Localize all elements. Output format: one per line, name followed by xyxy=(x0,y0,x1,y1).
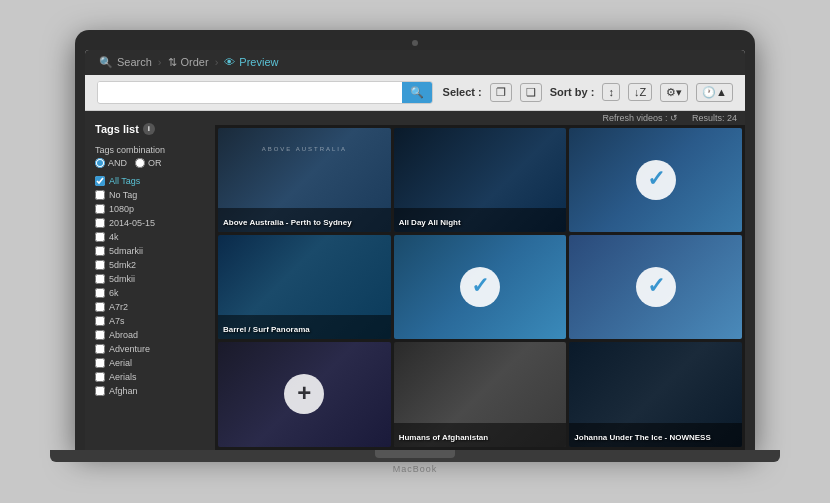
video-thumb-2[interactable]: All Day All Night xyxy=(394,128,567,232)
video-thumb-9[interactable]: Johanna Under The Ice - NOWNESS xyxy=(569,342,742,446)
nav-order[interactable]: ⇅ Order xyxy=(168,56,209,69)
tag-1080p-label: 1080p xyxy=(109,204,134,214)
tag-a7s-label: A7s xyxy=(109,316,125,326)
nav-sep-2: › xyxy=(215,56,219,68)
sort-opt-btn[interactable]: ⚙▾ xyxy=(660,83,688,102)
thumb-overlay-8: Humans of Afghanistan xyxy=(394,423,567,447)
tag-item-a7r2[interactable]: A7r2 xyxy=(95,300,205,314)
results-info: Refresh videos : ↺ Results: 24 xyxy=(215,111,745,125)
add-mark-7: + xyxy=(297,379,311,407)
thumb-overlay-9: Johanna Under The Ice - NOWNESS xyxy=(569,423,742,447)
checkbox-a7s[interactable] xyxy=(95,316,105,326)
sort-clock-btn[interactable]: 🕐▲ xyxy=(696,83,733,102)
checkbox-5dmarkii[interactable] xyxy=(95,246,105,256)
video-thumb-7[interactable]: + xyxy=(218,342,391,446)
tag-item-5dmarkii[interactable]: 5dmarkii xyxy=(95,244,205,258)
thumb-overlay-4: Barrel / Surf Panorama xyxy=(218,315,391,339)
checkbox-afghan[interactable] xyxy=(95,386,105,396)
nav-search-label: Search xyxy=(117,56,152,68)
video-area: Refresh videos : ↺ Results: 24 ABOVE AUS… xyxy=(215,111,745,450)
checkbox-abroad[interactable] xyxy=(95,330,105,340)
checkbox-5dmkii[interactable] xyxy=(95,274,105,284)
checkbox-1080p[interactable] xyxy=(95,204,105,214)
tag-item-6k[interactable]: 6k xyxy=(95,286,205,300)
video-thumb-4[interactable]: Barrel / Surf Panorama xyxy=(218,235,391,339)
search-nav-icon: 🔍 xyxy=(99,56,113,69)
tag-item-1080p[interactable]: 1080p xyxy=(95,202,205,216)
tag-item-5dmk2[interactable]: 5dmk2 xyxy=(95,258,205,272)
laptop-footer: MacBook xyxy=(50,450,780,474)
and-radio-label[interactable]: AND xyxy=(95,158,127,168)
checkbox-aerials[interactable] xyxy=(95,372,105,382)
main-content: Tags list i Tags combination AND xyxy=(85,111,745,450)
video-grid: ABOVE AUSTRALIA Above Australia - Perth … xyxy=(215,125,745,450)
tag-item-all-tags[interactable]: All Tags xyxy=(95,174,205,188)
tag-item-4k[interactable]: 4k xyxy=(95,230,205,244)
tag-item-afghan[interactable]: Afghan xyxy=(95,384,205,398)
tag-item-aerials[interactable]: Aerials xyxy=(95,370,205,384)
checkbox-no-tag[interactable] xyxy=(95,190,105,200)
thumb-title-8: Humans of Afghanistan xyxy=(399,433,488,442)
sort-za-btn[interactable]: ↓Z xyxy=(628,83,652,101)
checkbox-2014[interactable] xyxy=(95,218,105,228)
video-thumb-6[interactable]: ✓ xyxy=(569,235,742,339)
tag-item-aerial[interactable]: Aerial xyxy=(95,356,205,370)
tag-2014-label: 2014-05-15 xyxy=(109,218,155,228)
sidebar-header: Tags list i xyxy=(85,119,215,141)
thumb-title-2: All Day All Night xyxy=(399,218,461,227)
search-button[interactable]: 🔍 xyxy=(402,82,432,103)
order-nav-icon: ⇅ xyxy=(168,56,177,69)
checkbox-5dmk2[interactable] xyxy=(95,260,105,270)
sort-az-btn[interactable]: ↕ xyxy=(602,83,620,101)
video-thumb-8[interactable]: Humans of Afghanistan xyxy=(394,342,567,446)
select-copy-btn[interactable]: ❐ xyxy=(490,83,512,102)
select-all-btn[interactable]: ❑ xyxy=(520,83,542,102)
search-input[interactable] xyxy=(98,82,402,102)
above-text-1: ABOVE AUSTRALIA xyxy=(218,146,391,152)
results-count: Results: 24 xyxy=(692,113,737,123)
tag-item-a7s[interactable]: A7s xyxy=(95,314,205,328)
check-mark-6: ✓ xyxy=(647,273,665,299)
tag-item-adventure[interactable]: Adventure xyxy=(95,342,205,356)
laptop-base xyxy=(50,450,780,462)
checkbox-all-tags[interactable] xyxy=(95,176,105,186)
checkbox-6k[interactable] xyxy=(95,288,105,298)
tag-no-tag-label: No Tag xyxy=(109,190,137,200)
video-thumb-5[interactable]: ✓ xyxy=(394,235,567,339)
tag-4k-label: 4k xyxy=(109,232,119,242)
tag-aerials-label: Aerials xyxy=(109,372,137,382)
check-mark-3: ✓ xyxy=(647,166,665,192)
sort-label: Sort by : xyxy=(550,86,595,98)
top-nav: 🔍 Search › ⇅ Order › 👁 Preview xyxy=(85,50,745,75)
tag-item-2014[interactable]: 2014-05-15 xyxy=(95,216,205,230)
checkbox-adventure[interactable] xyxy=(95,344,105,354)
tag-5dmkii-label: 5dmkii xyxy=(109,274,135,284)
and-radio[interactable] xyxy=(95,158,105,168)
refresh-label[interactable]: Refresh videos : ↺ xyxy=(602,113,678,123)
macbook-label: MacBook xyxy=(393,464,438,474)
video-thumb-3[interactable]: ✓ xyxy=(569,128,742,232)
checkbox-aerial[interactable] xyxy=(95,358,105,368)
thumb-title-9: Johanna Under The Ice - NOWNESS xyxy=(574,433,710,442)
checkbox-4k[interactable] xyxy=(95,232,105,242)
preview-nav-icon: 👁 xyxy=(224,56,235,68)
tag-item-5dmkii[interactable]: 5dmkii xyxy=(95,272,205,286)
video-thumb-1[interactable]: ABOVE AUSTRALIA Above Australia - Perth … xyxy=(218,128,391,232)
info-icon[interactable]: i xyxy=(143,123,155,135)
sidebar: Tags list i Tags combination AND xyxy=(85,111,215,450)
app-container: 🔍 Search › ⇅ Order › 👁 Preview xyxy=(85,50,745,450)
nav-preview[interactable]: 👁 Preview xyxy=(224,56,278,68)
or-radio[interactable] xyxy=(135,158,145,168)
tag-a7r2-label: A7r2 xyxy=(109,302,128,312)
tags-combination: Tags combination AND OR xyxy=(85,141,215,174)
tag-item-no-tag[interactable]: No Tag xyxy=(95,188,205,202)
tag-item-abroad[interactable]: Abroad xyxy=(95,328,205,342)
search-bar-row: 🔍 Select : ❐ ❑ Sort by : ↕ ↓Z ⚙▾ 🕐▲ xyxy=(85,75,745,111)
tag-6k-label: 6k xyxy=(109,288,119,298)
tag-5dmarkii-label: 5dmarkii xyxy=(109,246,143,256)
or-radio-label[interactable]: OR xyxy=(135,158,162,168)
tag-adventure-label: Adventure xyxy=(109,344,150,354)
checkbox-a7r2[interactable] xyxy=(95,302,105,312)
nav-sep-1: › xyxy=(158,56,162,68)
nav-search[interactable]: 🔍 Search xyxy=(99,56,152,69)
